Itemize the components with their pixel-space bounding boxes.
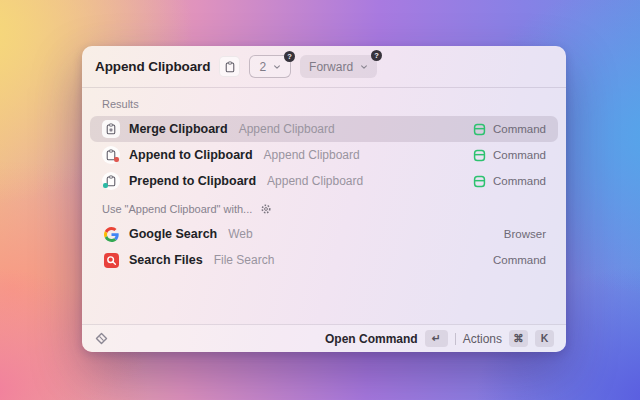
- return-key-badge: ↵: [425, 330, 448, 347]
- item-accessory: Command: [493, 254, 546, 266]
- item-subtitle: File Search: [214, 253, 275, 267]
- item-subtitle: Append Clipboard: [239, 122, 335, 136]
- item-subtitle: Append Clipboard: [264, 148, 360, 162]
- item-title: Prepend to Clipboard: [129, 174, 256, 188]
- clipboard-icon: [102, 120, 120, 138]
- list-item-merge-clipboard[interactable]: Merge Clipboard Append Clipboard Command: [90, 116, 558, 142]
- list-item-google-search[interactable]: Google Search Web Browser: [90, 221, 558, 247]
- item-accessory: Command: [473, 149, 546, 162]
- item-title: Merge Clipboard: [129, 122, 228, 136]
- file-search-icon: [102, 251, 120, 269]
- list-item-prepend-to-clipboard[interactable]: Prepend to Clipboard Append Clipboard Co…: [90, 168, 558, 194]
- item-subtitle: Web: [228, 227, 252, 241]
- copies-count-value: 2: [259, 60, 266, 74]
- clipboard-icon: [219, 56, 240, 77]
- item-title: Append to Clipboard: [129, 148, 253, 162]
- window-footer: Open Command ↵ Actions ⌘ K: [82, 324, 566, 352]
- cmd-key-badge: ⌘: [509, 330, 528, 347]
- help-badge[interactable]: ?: [284, 51, 295, 62]
- google-icon: [102, 225, 120, 243]
- clipboard-append-icon: [102, 146, 120, 164]
- list-item-search-files[interactable]: Search Files File Search Command: [90, 247, 558, 273]
- item-accessory: Command: [473, 123, 546, 136]
- item-title: Google Search: [129, 227, 217, 241]
- chevron-down-icon: [273, 63, 281, 71]
- gear-icon[interactable]: [260, 203, 272, 215]
- item-title: Search Files: [129, 253, 203, 267]
- actions-button[interactable]: Actions: [463, 332, 502, 346]
- window-header: Append Clipboard 2 ? Forward ?: [82, 46, 566, 88]
- copies-count-dropdown[interactable]: 2 ?: [249, 55, 291, 78]
- k-key-badge: K: [535, 330, 554, 347]
- command-icon: [473, 123, 486, 136]
- list-item-append-to-clipboard[interactable]: Append to Clipboard Append Clipboard Com…: [90, 142, 558, 168]
- item-accessory: Command: [473, 175, 546, 188]
- page-title: Append Clipboard: [95, 59, 210, 74]
- clipboard-prepend-icon: [102, 172, 120, 190]
- help-badge[interactable]: ?: [371, 50, 382, 61]
- section-label-results: Results: [90, 93, 558, 116]
- item-accessory: Browser: [504, 228, 546, 240]
- section-label-use-with: Use "Append Clipboard" with...: [90, 194, 558, 221]
- chevron-down-icon: [360, 63, 368, 71]
- footer-actions-group: Open Command ↵ Actions ⌘ K: [325, 330, 554, 347]
- order-dropdown[interactable]: Forward ?: [300, 55, 377, 78]
- divider: [455, 333, 456, 345]
- command-icon: [473, 175, 486, 188]
- order-value: Forward: [309, 60, 353, 74]
- raycast-window: Append Clipboard 2 ? Forward ? Results: [82, 46, 566, 352]
- command-icon: [473, 149, 486, 162]
- results-list: Results Merge Clipboard Append Clipboard…: [82, 88, 566, 324]
- open-command-button[interactable]: Open Command: [325, 332, 418, 346]
- raycast-logo-icon: [94, 332, 108, 346]
- item-subtitle: Append Clipboard: [267, 174, 363, 188]
